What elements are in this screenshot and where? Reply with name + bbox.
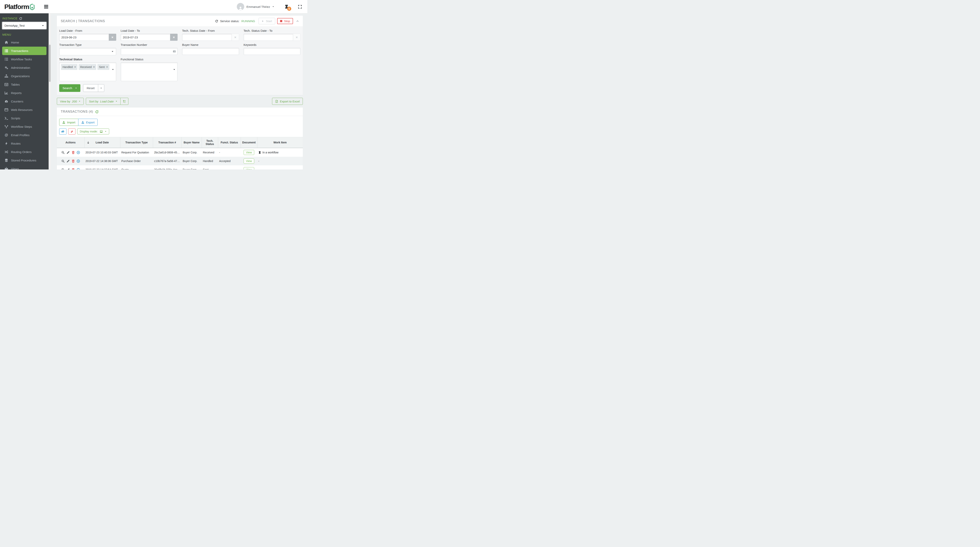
view-document-button[interactable]: View [243, 150, 254, 155]
sidebar-item-home[interactable]: Home [2, 38, 46, 47]
display-mode-button[interactable]: Display mode: [77, 129, 109, 134]
delete-button[interactable] [72, 151, 75, 154]
sort-direction-button[interactable] [121, 98, 128, 105]
sidebar-item-stored-procedures[interactable]: Stored Procedures [2, 156, 46, 165]
collapse-panel-icon[interactable] [296, 20, 299, 22]
fullscreen-button[interactable] [298, 5, 302, 8]
cell-funct-status: - [218, 165, 241, 170]
import-button[interactable]: Import [59, 119, 79, 126]
sidebar-item-views[interactable]: Views [2, 165, 46, 170]
sidebar-item-email-profiles[interactable]: Email Profiles [2, 131, 46, 139]
stop-service-button[interactable]: Stop [277, 18, 293, 24]
replay-button[interactable] [76, 159, 80, 163]
buyer-name-input[interactable] [182, 48, 239, 55]
sort-descending-icon[interactable] [87, 141, 89, 144]
sidebar-item-tables[interactable]: Tables [2, 80, 46, 89]
chart-icon [5, 91, 8, 95]
column-header-work-item[interactable]: Work Item [257, 137, 303, 148]
sidebar-item-scripts[interactable]: Scripts [2, 114, 46, 122]
edit-button[interactable] [67, 168, 70, 170]
sidebar-menu: Home Transactions Workflow Tasks Adminis… [2, 38, 46, 170]
column-header-load-date[interactable]: Load Date [84, 137, 120, 148]
cell-work-item: - [258, 159, 302, 162]
sidebar-item-reports[interactable]: Reports [2, 89, 46, 97]
chevron-down-icon [42, 24, 44, 27]
replay-button[interactable] [76, 168, 80, 170]
column-header-funct-status[interactable]: Funct. Status [218, 137, 241, 148]
column-header-document[interactable]: Document [241, 137, 257, 148]
page-title: SEARCH | TRANSACTIONS [61, 19, 105, 23]
toggle-columns-button[interactable] [59, 128, 67, 135]
column-header-actions[interactable]: Actions [57, 137, 84, 148]
transaction-type-select[interactable] [59, 48, 116, 55]
edit-button[interactable] [67, 151, 70, 154]
start-service-button[interactable]: Start [259, 18, 275, 24]
load-date-from-input[interactable] [59, 34, 109, 41]
keywords-input[interactable] [243, 48, 301, 55]
view-document-button[interactable]: View [243, 167, 254, 170]
tech-status-date-to-input[interactable] [243, 34, 293, 41]
tag-remove-icon[interactable]: × [74, 66, 76, 68]
load-date-from-clear-button[interactable]: × [109, 34, 116, 41]
table-icon [5, 83, 8, 86]
column-header-buyer-name[interactable]: Buyer Name [181, 137, 202, 148]
sidebar-item-workflow-tasks[interactable]: Workflow Tasks [2, 55, 46, 64]
window-icon [5, 108, 8, 112]
sidebar-item-routing-orders[interactable]: Routing Orders [2, 148, 46, 156]
reset-options-caret[interactable] [98, 84, 104, 92]
instance-select[interactable]: DemoApp_Test [2, 22, 46, 29]
scrollbar-thumb[interactable] [49, 45, 51, 82]
view-by-button[interactable]: View by 200 [57, 98, 84, 105]
sidebar-item-organizations[interactable]: Organizations [2, 72, 46, 80]
refresh-service-status-icon[interactable] [215, 20, 218, 22]
book-icon [5, 167, 8, 170]
tech-status-date-to-clear-button[interactable]: × [293, 34, 301, 41]
delete-button[interactable] [72, 159, 75, 163]
refresh-instance-icon[interactable] [19, 17, 22, 20]
transaction-number-input[interactable] [121, 48, 178, 55]
sidebar-item-counters[interactable]: Counters [2, 97, 46, 106]
sidebar-item-transactions[interactable]: Transactions [2, 47, 46, 55]
refresh-results-icon[interactable] [95, 110, 99, 113]
user-menu[interactable]: Emmanuel Thiriez [237, 3, 274, 10]
sidebar-item-workflow-steps[interactable]: Workflow Steps [2, 122, 46, 131]
column-header-tech-status[interactable]: Tech. Status [202, 137, 218, 148]
tag-remove-icon[interactable]: × [93, 66, 95, 68]
sidebar-toggle-icon[interactable] [43, 3, 49, 10]
tech-status-date-from-clear-button[interactable]: × [232, 34, 239, 41]
load-date-to-clear-button[interactable]: × [170, 34, 178, 41]
view-document-button[interactable]: View [243, 159, 254, 164]
clear-button[interactable] [68, 128, 75, 135]
logo-hexagon-icon [30, 4, 35, 10]
buyer-name-label: Buyer Name [182, 43, 239, 46]
view-details-button[interactable] [61, 168, 65, 170]
tag-remove-icon[interactable]: × [106, 66, 108, 68]
delete-button[interactable] [72, 168, 75, 170]
load-date-to-input[interactable] [121, 34, 170, 41]
sidebar-item-web-resources[interactable]: Web Resources [2, 106, 46, 114]
export-to-excel-button[interactable]: Export to Excel [272, 98, 303, 105]
download-icon [81, 121, 84, 124]
sidebar-item-routes[interactable]: Routes [2, 139, 46, 148]
person-icon [238, 6, 243, 10]
at-icon [5, 133, 8, 137]
view-details-button[interactable] [61, 151, 65, 154]
main-content: SEARCH | TRANSACTIONS Service status: RU… [51, 13, 307, 170]
sidebar-scrollbar[interactable] [49, 13, 51, 170]
sort-by-button[interactable]: Sort by Load Date [86, 98, 121, 105]
reset-button[interactable]: Reset [83, 84, 104, 92]
column-header-transaction[interactable]: Transaction # [153, 137, 181, 148]
technical-status-multiselect[interactable]: Handled × Received × Sent × [59, 62, 116, 81]
column-header-transaction-type[interactable]: Transaction Type [120, 137, 153, 148]
search-button[interactable]: Search [59, 84, 80, 92]
sidebar-item-administration[interactable]: Administration [2, 64, 46, 72]
view-details-button[interactable] [61, 159, 65, 163]
transaction-row: 2019-07-22 14:37:54 GMT Quote 39c9fc1b-0… [57, 165, 303, 170]
replay-button[interactable] [76, 151, 80, 154]
tech-status-date-from-input[interactable] [182, 34, 232, 41]
export-button[interactable]: Export [78, 119, 98, 126]
functional-status-multiselect[interactable] [121, 62, 178, 81]
field-tech-status-date-to: Tech. Status Date - To × [243, 29, 301, 41]
pending-tasks-button[interactable]: 5 [285, 5, 289, 9]
edit-button[interactable] [67, 159, 70, 163]
